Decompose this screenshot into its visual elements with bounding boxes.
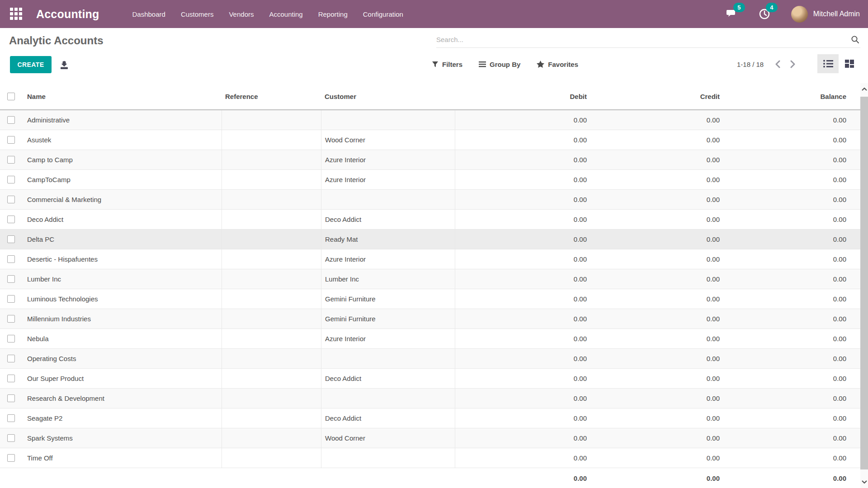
cell-reference[interactable] — [222, 289, 321, 309]
cell-reference[interactable] — [222, 389, 321, 408]
cell-name[interactable]: Desertic - Hispafuentes — [22, 255, 222, 263]
cell-balance[interactable]: 0.00 — [723, 216, 860, 223]
nav-item-configuration[interactable]: Configuration — [357, 6, 409, 23]
cell-debit[interactable]: 0.00 — [455, 309, 590, 328]
scroll-down-arrow-icon[interactable] — [860, 477, 868, 487]
cell-balance[interactable]: 0.00 — [723, 196, 860, 203]
cell-balance[interactable]: 0.00 — [723, 255, 860, 263]
table-row[interactable]: Lumber Inc Lumber Inc 0.00 0.00 0.00 — [0, 269, 860, 289]
nav-item-customers[interactable]: Customers — [175, 6, 220, 23]
cell-debit[interactable]: 0.00 — [455, 249, 590, 269]
cell-name[interactable]: Millennium Industries — [22, 315, 222, 323]
cell-reference[interactable] — [222, 269, 321, 289]
activities-button[interactable]: 4 — [758, 7, 771, 21]
table-row[interactable]: Millennium Industries Gemini Furniture 0… — [0, 309, 860, 329]
table-row[interactable]: Seagate P2 Deco Addict 0.00 0.00 0.00 — [0, 408, 860, 428]
cell-balance[interactable]: 0.00 — [723, 454, 860, 462]
cell-reference[interactable] — [222, 329, 321, 348]
cell-reference[interactable] — [222, 408, 321, 428]
cell-reference[interactable] — [222, 428, 321, 448]
cell-name[interactable]: Administrative — [22, 116, 222, 124]
cell-reference[interactable] — [222, 110, 321, 130]
cell-customer[interactable] — [321, 110, 455, 130]
cell-credit[interactable]: 0.00 — [590, 315, 723, 323]
table-row[interactable]: Our Super Product Deco Addict 0.00 0.00 … — [0, 369, 860, 389]
cell-reference[interactable] — [222, 210, 321, 229]
table-row[interactable]: Camp to Camp Azure Interior 0.00 0.00 0.… — [0, 150, 860, 170]
cell-credit[interactable]: 0.00 — [590, 454, 723, 462]
cell-debit[interactable]: 0.00 — [455, 230, 590, 249]
cell-reference[interactable] — [222, 448, 321, 468]
cell-credit[interactable]: 0.00 — [590, 295, 723, 303]
cell-balance[interactable]: 0.00 — [723, 136, 860, 144]
cell-name[interactable]: Luminous Technologies — [22, 295, 222, 303]
cell-balance[interactable]: 0.00 — [723, 275, 860, 283]
cell-reference[interactable] — [222, 170, 321, 189]
cell-customer[interactable]: Lumber Inc — [321, 269, 455, 289]
column-header-reference[interactable]: Reference — [222, 93, 321, 100]
row-checkbox[interactable] — [7, 315, 15, 323]
column-header-balance[interactable]: Balance — [723, 93, 860, 100]
cell-balance[interactable]: 0.00 — [723, 176, 860, 183]
table-row[interactable]: Commercial & Marketing 0.00 0.00 0.00 — [0, 190, 860, 210]
cell-balance[interactable]: 0.00 — [723, 235, 860, 243]
pager-previous-button[interactable] — [770, 56, 785, 72]
cell-credit[interactable]: 0.00 — [590, 414, 723, 422]
export-button[interactable] — [58, 59, 71, 71]
row-checkbox[interactable] — [7, 434, 15, 442]
cell-customer[interactable]: Gemini Furniture — [321, 289, 455, 309]
column-header-customer[interactable]: Customer — [321, 93, 455, 100]
cell-credit[interactable]: 0.00 — [590, 375, 723, 382]
cell-customer[interactable]: Deco Addict — [321, 369, 455, 388]
row-checkbox[interactable] — [7, 196, 15, 203]
cell-reference[interactable] — [222, 309, 321, 328]
cell-name[interactable]: Our Super Product — [22, 375, 222, 382]
cell-name[interactable]: Research & Development — [22, 394, 222, 402]
messages-button[interactable]: 5 — [725, 7, 739, 21]
search-icon[interactable] — [849, 34, 860, 45]
cell-customer[interactable]: Azure Interior — [321, 329, 455, 348]
cell-customer[interactable] — [321, 190, 455, 209]
cell-credit[interactable]: 0.00 — [590, 335, 723, 343]
cell-debit[interactable]: 0.00 — [455, 170, 590, 189]
cell-debit[interactable]: 0.00 — [455, 150, 590, 169]
cell-customer[interactable]: Wood Corner — [321, 428, 455, 448]
cell-credit[interactable]: 0.00 — [590, 176, 723, 183]
cell-customer[interactable] — [321, 389, 455, 408]
row-checkbox[interactable] — [7, 136, 15, 144]
table-row[interactable]: Asustek Wood Corner 0.00 0.00 0.00 — [0, 130, 860, 150]
cell-customer[interactable]: Azure Interior — [321, 170, 455, 189]
cell-customer[interactable] — [321, 448, 455, 468]
cell-debit[interactable]: 0.00 — [455, 130, 590, 150]
cell-reference[interactable] — [222, 130, 321, 150]
cell-balance[interactable]: 0.00 — [723, 335, 860, 343]
scroll-up-arrow-icon[interactable] — [860, 84, 868, 94]
table-row[interactable]: CampToCamp Azure Interior 0.00 0.00 0.00 — [0, 170, 860, 190]
cell-debit[interactable]: 0.00 — [455, 110, 590, 130]
row-checkbox[interactable] — [7, 235, 15, 243]
row-checkbox[interactable] — [7, 176, 15, 183]
row-checkbox[interactable] — [7, 355, 15, 362]
user-avatar[interactable] — [791, 6, 808, 23]
table-row[interactable]: Deco Addict Deco Addict 0.00 0.00 0.00 — [0, 210, 860, 230]
cell-balance[interactable]: 0.00 — [723, 295, 860, 303]
table-row[interactable]: Desertic - Hispafuentes Azure Interior 0… — [0, 249, 860, 269]
search-input[interactable] — [436, 36, 849, 43]
cell-balance[interactable]: 0.00 — [723, 156, 860, 164]
cell-credit[interactable]: 0.00 — [590, 116, 723, 124]
cell-balance[interactable]: 0.00 — [723, 394, 860, 402]
row-checkbox[interactable] — [7, 255, 15, 263]
cell-customer[interactable]: Azure Interior — [321, 150, 455, 169]
apps-grid-icon[interactable] — [10, 8, 23, 20]
row-checkbox[interactable] — [7, 216, 15, 223]
cell-credit[interactable]: 0.00 — [590, 394, 723, 402]
kanban-view-button[interactable] — [839, 54, 860, 73]
cell-credit[interactable]: 0.00 — [590, 434, 723, 442]
cell-customer[interactable] — [321, 349, 455, 368]
cell-credit[interactable]: 0.00 — [590, 156, 723, 164]
cell-debit[interactable]: 0.00 — [455, 289, 590, 309]
cell-debit[interactable]: 0.00 — [455, 210, 590, 229]
cell-debit[interactable]: 0.00 — [455, 369, 590, 388]
cell-credit[interactable]: 0.00 — [590, 216, 723, 223]
cell-customer[interactable]: Wood Corner — [321, 130, 455, 150]
